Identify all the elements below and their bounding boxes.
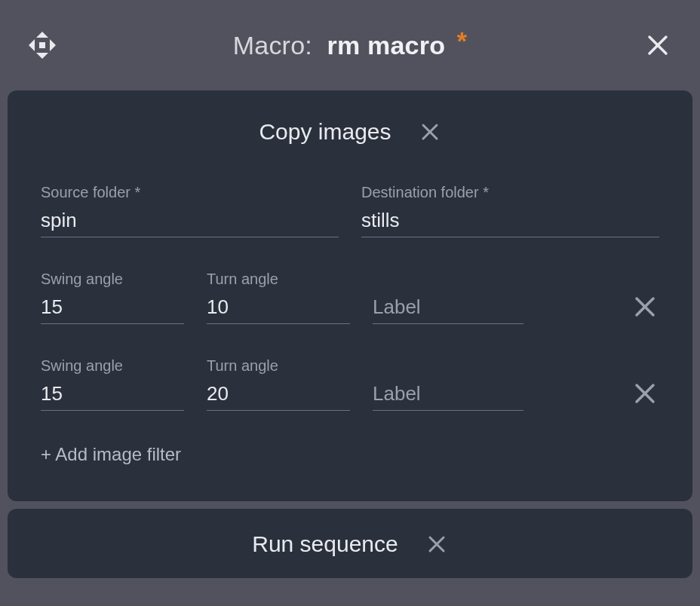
svg-marker-3 bbox=[50, 39, 56, 51]
filter-label-input[interactable] bbox=[373, 294, 523, 324]
source-folder-field: Source folder * bbox=[41, 184, 339, 237]
swing-angle-label: Swing angle bbox=[41, 271, 184, 288]
modified-indicator: * bbox=[457, 26, 467, 55]
macro-prefix: Macro: bbox=[233, 31, 312, 60]
copy-images-panel: Copy images Source folder * Destination … bbox=[8, 90, 692, 501]
close-macro-button[interactable] bbox=[641, 29, 674, 62]
close-run-sequence-button[interactable] bbox=[425, 533, 448, 556]
panel-title-run-sequence: Run sequence bbox=[252, 531, 398, 557]
turn-angle-input[interactable] bbox=[207, 294, 350, 324]
filter-row: Swing angle Turn angle bbox=[41, 357, 659, 411]
filter-label-input[interactable] bbox=[373, 381, 523, 411]
turn-angle-label: Turn angle bbox=[207, 271, 350, 288]
macro-name: rm macro bbox=[327, 31, 446, 60]
svg-marker-0 bbox=[36, 32, 48, 38]
remove-filter-button[interactable] bbox=[631, 379, 659, 408]
remove-filter-button[interactable] bbox=[631, 292, 659, 321]
swing-angle-input[interactable] bbox=[41, 294, 184, 324]
swing-angle-label: Swing angle bbox=[41, 357, 184, 375]
filter-row: Swing angle Turn angle bbox=[41, 271, 659, 324]
macro-header: Macro: rm macro * bbox=[0, 0, 700, 90]
source-folder-label: Source folder * bbox=[41, 184, 339, 201]
swing-angle-input[interactable] bbox=[41, 381, 184, 411]
move-handle-icon[interactable] bbox=[26, 29, 59, 62]
source-folder-input[interactable] bbox=[41, 207, 339, 237]
destination-folder-label: Destination folder * bbox=[361, 184, 659, 201]
svg-marker-2 bbox=[29, 39, 35, 51]
turn-angle-label: Turn angle bbox=[207, 357, 350, 375]
svg-rect-4 bbox=[39, 42, 45, 48]
destination-folder-input[interactable] bbox=[361, 207, 659, 237]
close-copy-images-button[interactable] bbox=[419, 121, 441, 143]
destination-folder-field: Destination folder * bbox=[361, 184, 659, 237]
macro-title: Macro: rm macro * bbox=[59, 31, 641, 60]
svg-marker-1 bbox=[36, 53, 48, 59]
run-sequence-panel: Run sequence bbox=[8, 509, 692, 578]
turn-angle-input[interactable] bbox=[207, 381, 350, 411]
add-image-filter-button[interactable]: + Add image filter bbox=[41, 444, 659, 465]
panel-title-copy-images: Copy images bbox=[259, 119, 391, 145]
